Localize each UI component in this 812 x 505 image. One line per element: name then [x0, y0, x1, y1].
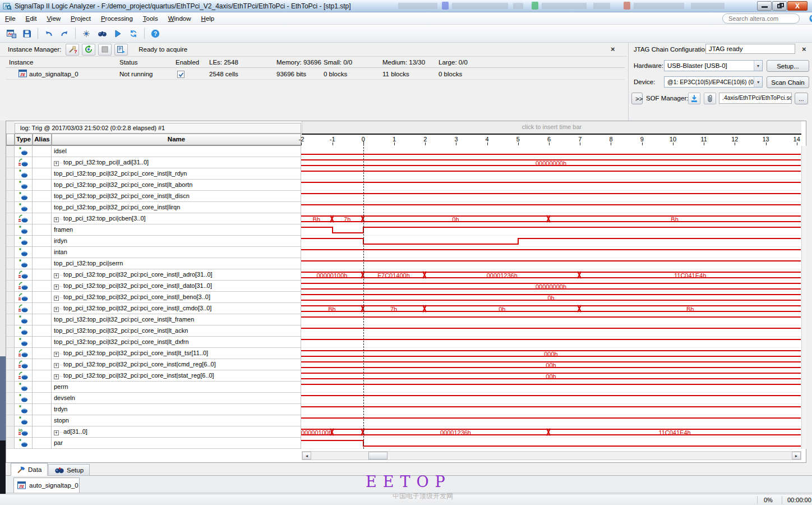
signal-row[interactable]: * trdyn [6, 404, 801, 415]
instance-cell[interactable]: 0 blocks [439, 71, 462, 77]
column-header-type[interactable]: Type [15, 134, 33, 146]
scroll-left-icon[interactable]: ◄ [302, 452, 311, 460]
setup-button[interactable]: Setup... [767, 60, 809, 72]
scan-chain-button[interactable]: Scan Chain [767, 76, 809, 88]
wand-button[interactable]: ? [66, 44, 79, 56]
signal-name-cell[interactable]: +··top_pci_t32:top_pci|cben[3..0] [52, 213, 301, 224]
menu-processing[interactable]: Processing [96, 13, 138, 24]
signal-alias-cell[interactable] [33, 337, 52, 348]
signal-alias-cell[interactable] [33, 168, 52, 180]
signal-name-cell[interactable]: +··top_pci_t32:top_pci|t32_pci:pci_core_… [52, 269, 301, 281]
signal-alias-cell[interactable] [33, 415, 52, 426]
signal-wave[interactable] [301, 236, 801, 247]
signal-wave[interactable]: 00000000h [301, 281, 801, 292]
signal-row[interactable]: * top_pci_t32:top_pci|t32_pci:pci_core_i… [6, 337, 801, 348]
expand-icon[interactable]: + [54, 352, 59, 357]
signal-name-cell[interactable]: framen [52, 224, 301, 236]
report-button[interactable] [114, 44, 128, 56]
signal-wave[interactable] [301, 382, 801, 393]
expand-icon[interactable]: + [54, 217, 59, 222]
expand-icon[interactable]: + [54, 284, 59, 290]
menu-help[interactable]: Help [196, 13, 220, 24]
signal-wave[interactable] [301, 146, 801, 157]
expand-icon[interactable]: + [54, 273, 59, 278]
signal-wave[interactable] [301, 325, 801, 337]
signal-alias-cell[interactable] [33, 314, 52, 325]
signal-alias-cell[interactable] [33, 269, 52, 281]
signal-row[interactable]: io +··ad[31..0] 00000100h00001236h11C041… [6, 426, 801, 438]
signal-alias-cell[interactable] [33, 359, 52, 370]
menu-file[interactable]: File [0, 13, 21, 24]
signal-row[interactable]: +··top_pci_t32:top_pci|t32_pci:pci_core_… [6, 348, 801, 359]
menu-edit[interactable]: Edit [21, 13, 42, 24]
signal-name-cell[interactable]: perrn [52, 382, 301, 393]
signal-alias-cell[interactable] [33, 180, 52, 191]
acquire-run-button[interactable] [82, 44, 95, 56]
signal-row[interactable]: +··top_pci_t32:top_pci|t32_pci:pci_core_… [6, 370, 801, 382]
signal-row[interactable]: * top_pci_t32:top_pci|t32_pci:pci_core_i… [6, 191, 801, 202]
menu-project[interactable]: Project [66, 13, 96, 24]
signal-name-cell[interactable]: top_pci_t32:top_pci|t32_pci:pci_core_ins… [52, 337, 301, 348]
signal-alias-cell[interactable] [33, 393, 52, 404]
signal-alias-cell[interactable] [33, 213, 52, 224]
browse-sof-button[interactable]: ... [795, 93, 808, 104]
signal-wave[interactable]: 0h [301, 292, 801, 303]
signal-alias-cell[interactable] [33, 157, 52, 168]
column-header-alias[interactable]: Alias [33, 134, 52, 146]
horizontal-scrollbar[interactable]: ◄ ► [302, 451, 801, 460]
scrollbar-thumb[interactable] [368, 452, 387, 460]
redo-button[interactable] [57, 26, 72, 41]
signal-alias-cell[interactable] [33, 303, 52, 314]
expand-panel-button[interactable]: >> [631, 93, 643, 104]
signal-row[interactable]: * par [6, 438, 801, 449]
signal-name-cell[interactable]: +··top_pci_t32:top_pci|t32_pci:pci_core_… [52, 281, 301, 292]
signal-alias-cell[interactable] [33, 404, 52, 415]
scroll-right-icon[interactable]: ► [792, 452, 801, 460]
expand-icon[interactable]: + [54, 374, 59, 379]
signal-wave[interactable] [301, 180, 801, 191]
signal-wave[interactable] [301, 258, 801, 269]
signal-row[interactable]: +··top_pci_t32:top_pci|l_adi[31..0] 0000… [6, 157, 801, 168]
menu-window[interactable]: Window [163, 13, 196, 24]
chevron-down-icon[interactable]: ▼ [754, 61, 762, 71]
signal-wave[interactable] [301, 202, 801, 213]
minimize-button[interactable] [757, 1, 772, 11]
signal-name-cell[interactable]: stopn [52, 415, 301, 426]
signal-name-cell[interactable]: +··top_pci_t32:top_pci|t32_pci:pci_core_… [52, 292, 301, 303]
search-box[interactable] [722, 13, 800, 24]
log-header[interactable]: log: Trig @ 2017/03/03 21:50:02 (0:0:2.8… [15, 123, 301, 134]
help-button[interactable]: ? [148, 26, 163, 41]
signal-row[interactable]: +··top_pci_t32:top_pci|t32_pci:pci_core_… [6, 281, 801, 292]
expand-icon[interactable]: + [54, 363, 59, 368]
tab-setup[interactable]: Setup [48, 464, 90, 476]
signal-wave[interactable] [301, 191, 801, 202]
signal-name-cell[interactable]: top_pci_t32:top_pci|t32_pci:pci_core_ins… [52, 202, 301, 213]
chevron-down-icon[interactable]: ▼ [754, 77, 762, 87]
close-icon[interactable]: × [611, 46, 615, 53]
signal-alias-cell[interactable] [33, 281, 52, 292]
signal-name-cell[interactable]: irdyn [52, 236, 301, 247]
save-button[interactable] [20, 26, 34, 41]
close-button[interactable]: X [787, 1, 808, 11]
signal-row[interactable]: * stopn [6, 415, 801, 426]
signal-alias-cell[interactable] [33, 382, 52, 393]
signal-alias-cell[interactable] [33, 146, 52, 157]
signal-name-cell[interactable]: top_pci_t32:top_pci|t32_pci:pci_core_ins… [52, 168, 301, 180]
signal-alias-cell[interactable] [33, 370, 52, 382]
signal-wave[interactable] [301, 438, 801, 449]
signal-wave[interactable]: 00000100h00001236h11C041E4h [301, 426, 801, 438]
insert-time-bar-strip[interactable]: click to insert time bar [302, 121, 801, 134]
signal-wave[interactable]: 00h [301, 370, 801, 382]
signal-name-cell[interactable]: +··top_pci_t32:top_pci|t32_pci:pci_core_… [52, 370, 301, 382]
signal-name-cell[interactable]: +··ad[31..0] [52, 426, 301, 438]
autorun-button[interactable] [126, 26, 141, 41]
signal-name-cell[interactable]: +··top_pci_t32:top_pci|t32_pci:pci_core_… [52, 359, 301, 370]
signal-row[interactable]: * perrn [6, 382, 801, 393]
signal-row[interactable]: * top_pci_t32:top_pci|t32_pci:pci_core_i… [6, 314, 801, 325]
search-icon[interactable] [809, 15, 812, 22]
signal-wave[interactable]: 00h [301, 359, 801, 370]
menu-tools[interactable]: Tools [138, 13, 163, 24]
signal-row[interactable]: * top_pci_t32:top_pci|t32_pci:pci_core_i… [6, 180, 801, 191]
signal-wave[interactable]: 00000100hF7C01400h00001236h11C041E4h [301, 269, 801, 281]
signal-wave[interactable] [301, 404, 801, 415]
